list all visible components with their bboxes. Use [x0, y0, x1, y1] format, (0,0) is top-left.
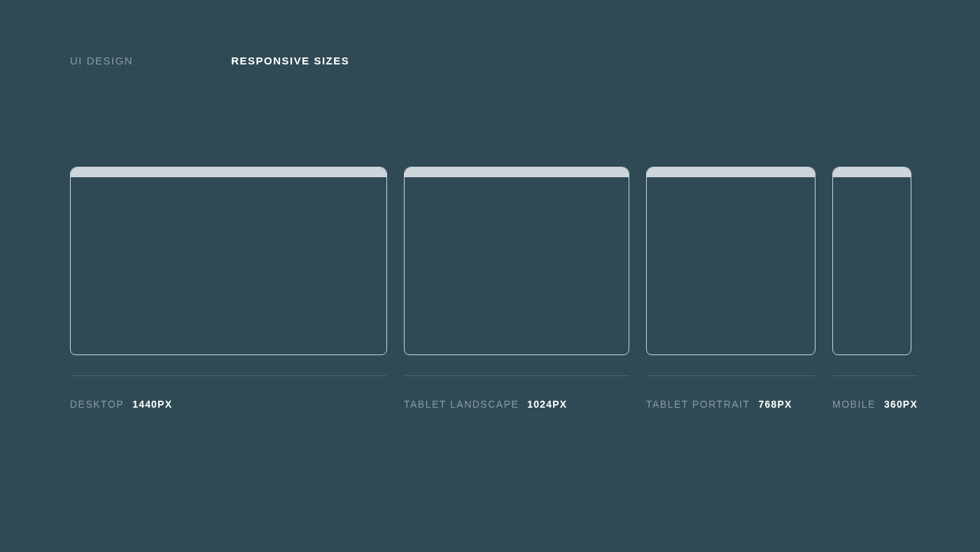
caption: MOBILE 360PX: [832, 399, 918, 410]
frame-group-tablet-portrait: TABLET PORTRAIT 768PX: [646, 167, 816, 410]
caption-value: 1024PX: [527, 399, 567, 410]
caption: TABLET LANDSCAPE 1024PX: [404, 399, 629, 410]
device-frame-tablet-landscape: [404, 167, 629, 355]
caption-label: MOBILE: [832, 399, 876, 410]
divider: [404, 375, 629, 376]
frame-group-mobile: MOBILE 360PX: [832, 167, 918, 410]
divider: [832, 375, 918, 376]
device-frame-desktop: [70, 167, 387, 355]
frame-group-desktop: DESKTOP 1440PX: [70, 167, 387, 410]
frame-topbar: [405, 167, 629, 177]
caption: DESKTOP 1440PX: [70, 399, 387, 410]
frame-group-tablet-landscape: TABLET LANDSCAPE 1024PX: [404, 167, 629, 410]
caption-value: 768PX: [759, 399, 792, 410]
page-header: UI DESIGN RESPONSIVE SIZES: [70, 55, 349, 67]
frame-topbar: [833, 167, 911, 177]
caption-value: 360PX: [884, 399, 918, 410]
caption-label: TABLET PORTRAIT: [646, 399, 750, 410]
frames-row: DESKTOP 1440PX TABLET LANDSCAPE 1024PX T…: [70, 167, 918, 410]
device-frame-mobile: [832, 167, 911, 355]
frame-topbar: [647, 167, 815, 177]
section-label: UI DESIGN: [70, 55, 133, 67]
caption-value: 1440PX: [132, 399, 172, 410]
divider: [646, 375, 816, 376]
page-title: RESPONSIVE SIZES: [231, 55, 349, 67]
caption-label: DESKTOP: [70, 399, 124, 410]
caption-label: TABLET LANDSCAPE: [404, 399, 519, 410]
device-frame-tablet-portrait: [646, 167, 816, 355]
divider: [70, 375, 387, 376]
frame-topbar: [71, 167, 386, 177]
caption: TABLET PORTRAIT 768PX: [646, 399, 816, 410]
